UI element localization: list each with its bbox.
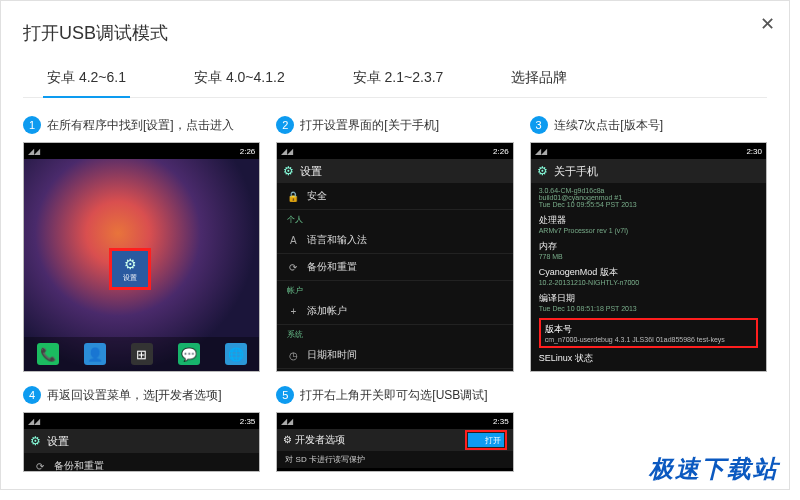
settings-list: 🔒安全 个人 A语言和输入法 ⟳备份和重置 帐户 +添加帐户 系统 ◷日期和时间… [277,183,512,372]
tabs: 安卓 4.2~6.1 安卓 4.0~4.1.2 安卓 2.1~2.3.7 选择品… [23,61,767,98]
titlebar-text: 设置 [47,434,69,449]
usb-debug-modal: ✕ 打开USB调试模式 安卓 4.2~6.1 安卓 4.0~4.1.2 安卓 2… [0,0,790,490]
signal-icon: ◢◢ [28,417,40,426]
selinux-label: SELinux 状态 [539,352,758,365]
phone-screenshot-devoptions: ◢◢2:35 ⚙ 开发者选项 打开 对 SD 卡进行读写保护 [276,412,513,472]
step-1: 1 在所有程序中找到[设置]，点击进入 ◢◢ 2:26 ⚙ 设置 📞 [23,116,260,372]
step-text: 打开右上角开关即可勾选[USB调试] [300,387,487,404]
backup-icon: ⟳ [287,262,299,273]
steps-container: 1 在所有程序中找到[设置]，点击进入 ◢◢ 2:26 ⚙ 设置 📞 [1,98,789,472]
tab-select-brand[interactable]: 选择品牌 [507,61,571,97]
tab-android-42-61[interactable]: 安卓 4.2~6.1 [43,61,130,97]
signal-icon: ◢◢ [535,147,547,156]
toggle-highlight: 打开 [465,430,507,450]
gear-icon: ⚙ [537,164,548,178]
step-text: 连续7次点击[版本号] [554,117,663,134]
signal-icon: ◢◢ [281,147,293,156]
step-3: 3 连续7次点击[版本号] ◢◢2:30 ⚙关于手机 3.0.64-CM-g9d… [530,116,767,372]
step-text: 再返回设置菜单，选[开发者选项] [47,387,222,404]
step-text: 在所有程序中找到[设置]，点击进入 [47,117,234,134]
step-5: 5 打开右上角开关即可勾选[USB调试] ◢◢2:35 ⚙ 开发者选项 打开 对… [276,386,513,472]
step-badge: 2 [276,116,294,134]
browser-icon: 🌐 [225,343,247,365]
clock: 2:26 [493,147,509,156]
gear-icon: ⚙ [283,434,292,445]
phone-screenshot-home: ◢◢ 2:26 ⚙ 设置 📞 👤 ⊞ 💬 🌐 [23,142,260,372]
memory-label: 内存 [539,240,758,253]
about-titlebar: ⚙关于手机 [531,159,766,183]
dock: 📞 👤 ⊞ 💬 🌐 [24,337,259,371]
section-personal: 个人 [277,210,512,227]
row-security: 🔒安全 [277,183,512,210]
settings-app-highlight: ⚙ 设置 [109,248,151,290]
gear-icon: ⚙ [30,434,41,448]
tab-android-21-237[interactable]: 安卓 2.1~2.3.7 [349,61,448,97]
signal-icon: ◢◢ [28,147,40,156]
gear-icon: ⚙ [124,256,137,272]
cm-label: CyanogenMod 版本 [539,266,758,279]
apps-icon: ⊞ [131,343,153,365]
step-badge: 4 [23,386,41,404]
about-content: 3.0.64-CM-g9d16c8abuild01@cyanogenmod #1… [531,183,766,371]
settings-titlebar: ⚙设置 [277,159,512,183]
step-4: 4 再返回设置菜单，选[开发者选项] ◢◢2:35 ⚙设置 ⟳备份和重置 [23,386,260,472]
step-text: 打开设置界面的[关于手机] [300,117,439,134]
clock: 2:35 [493,417,509,426]
step-badge: 1 [23,116,41,134]
builddate-label: 编译日期 [539,292,758,305]
phone-screenshot-settings: ◢◢2:26 ⚙设置 🔒安全 个人 A语言和输入法 ⟳备份和重置 帐户 +添加帐… [276,142,513,372]
titlebar-text: 开发者选项 [295,434,345,445]
section-account: 帐户 [277,281,512,298]
row-datetime: ◷日期和时间 [277,342,512,369]
close-icon[interactable]: ✕ [760,13,775,35]
status-bar: ◢◢ 2:26 [24,143,259,159]
clock: 2:35 [240,417,256,426]
step-spacer [530,386,767,472]
step-badge: 3 [530,116,548,134]
cpu-label: 处理器 [539,214,758,227]
step-badge: 5 [276,386,294,404]
phone-screenshot-about: ◢◢2:30 ⚙关于手机 3.0.64-CM-g9d16c8abuild01@c… [530,142,767,372]
contacts-icon: 👤 [84,343,106,365]
sd-protect-row: 对 SD 卡进行读写保护 [277,451,512,468]
row-add-account: +添加帐户 [277,298,512,325]
row-backup: ⟳备份和重置 [277,254,512,281]
tab-android-40-412[interactable]: 安卓 4.0~4.1.2 [190,61,289,97]
dev-toggle-on: 打开 [468,433,504,447]
backup-icon: ⟳ [34,461,46,472]
build-number-highlight: 版本号cm_n7000-userdebug 4.3.1 JLS36I 01ad8… [539,318,758,348]
section-system: 系统 [277,325,512,342]
steps-row-2: 4 再返回设置菜单，选[开发者选项] ◢◢2:35 ⚙设置 ⟳备份和重置 5 打… [23,386,767,472]
app-label: 设置 [123,273,137,283]
step-2: 2 打开设置界面的[关于手机] ◢◢2:26 ⚙设置 🔒安全 个人 A语言和输入… [276,116,513,372]
developer-titlebar: ⚙ 开发者选项 打开 [277,429,512,451]
row-accessibility: ✋辅助功能 [277,369,512,372]
messages-icon: 💬 [178,343,200,365]
clock: 2:30 [746,147,762,156]
titlebar-text: 关于手机 [554,164,598,179]
plus-icon: + [287,306,299,317]
clock-icon: ◷ [287,350,299,361]
steps-row-1: 1 在所有程序中找到[设置]，点击进入 ◢◢ 2:26 ⚙ 设置 📞 [23,116,767,372]
signal-icon: ◢◢ [281,417,293,426]
phone-screenshot-settings-back: ◢◢2:35 ⚙设置 ⟳备份和重置 [23,412,260,472]
titlebar-text: 设置 [300,164,322,179]
row-language: A语言和输入法 [277,227,512,254]
language-icon: A [287,235,299,246]
row-backup: ⟳备份和重置 [24,453,259,472]
modal-title: 打开USB调试模式 [1,1,789,61]
clock: 2:26 [240,147,256,156]
lock-icon: 🔒 [287,191,299,202]
gear-icon: ⚙ [283,164,294,178]
phone-icon: 📞 [37,343,59,365]
